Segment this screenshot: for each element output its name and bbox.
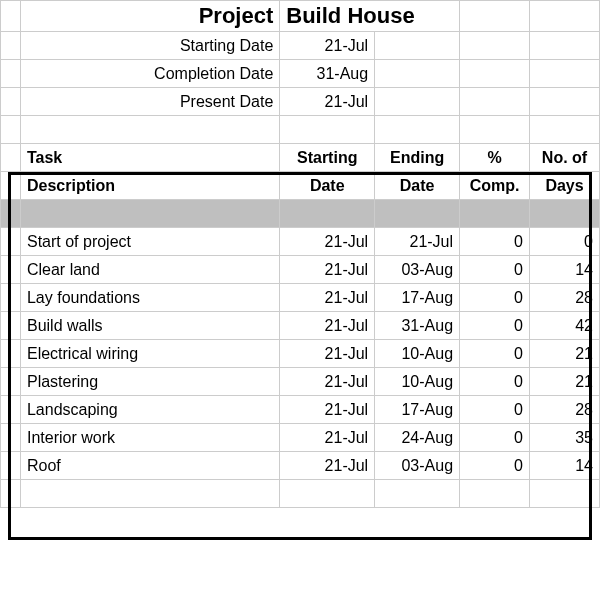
completion-date-label[interactable]: Completion Date — [20, 60, 279, 88]
cell[interactable] — [530, 60, 600, 88]
task-pct[interactable]: 0 — [460, 228, 530, 256]
task-pct[interactable]: 0 — [460, 256, 530, 284]
cell[interactable] — [1, 452, 21, 480]
cell[interactable] — [280, 480, 375, 508]
task-days[interactable]: 35 — [530, 424, 600, 452]
cell[interactable] — [280, 200, 375, 228]
task-pct[interactable]: 0 — [460, 340, 530, 368]
task-pct[interactable]: 0 — [460, 312, 530, 340]
task-pct[interactable]: 0 — [460, 284, 530, 312]
cell[interactable] — [1, 312, 21, 340]
cell[interactable] — [375, 32, 460, 60]
project-name[interactable]: Build House — [280, 1, 460, 32]
present-date-label[interactable]: Present Date — [20, 88, 279, 116]
cell[interactable] — [460, 200, 530, 228]
task-desc[interactable]: Electrical wiring — [20, 340, 279, 368]
task-desc[interactable]: Lay foundations — [20, 284, 279, 312]
cell[interactable] — [1, 424, 21, 452]
task-end[interactable]: 10-Aug — [375, 368, 460, 396]
task-start[interactable]: 21-Jul — [280, 228, 375, 256]
task-days[interactable]: 42 — [530, 312, 600, 340]
task-pct[interactable]: 0 — [460, 368, 530, 396]
task-end[interactable]: 17-Aug — [375, 284, 460, 312]
task-end[interactable]: 24-Aug — [375, 424, 460, 452]
task-days[interactable]: 14 — [530, 452, 600, 480]
task-end[interactable]: 03-Aug — [375, 256, 460, 284]
cell[interactable] — [1, 200, 21, 228]
cell[interactable] — [1, 88, 21, 116]
cell[interactable] — [530, 88, 600, 116]
cell[interactable] — [530, 1, 600, 32]
task-desc[interactable]: Build walls — [20, 312, 279, 340]
cell[interactable] — [1, 60, 21, 88]
task-end[interactable]: 21-Jul — [375, 228, 460, 256]
cell[interactable] — [460, 1, 530, 32]
completion-date-value[interactable]: 31-Aug — [280, 60, 375, 88]
task-end[interactable]: 03-Aug — [375, 452, 460, 480]
cell[interactable] — [375, 88, 460, 116]
cell[interactable] — [1, 256, 21, 284]
cell[interactable] — [1, 396, 21, 424]
cell[interactable] — [20, 200, 279, 228]
task-start[interactable]: 21-Jul — [280, 452, 375, 480]
task-pct[interactable]: 0 — [460, 452, 530, 480]
col-end-h1[interactable]: Ending — [375, 144, 460, 172]
task-start[interactable]: 21-Jul — [280, 284, 375, 312]
cell[interactable] — [460, 88, 530, 116]
cell[interactable] — [1, 368, 21, 396]
task-desc[interactable]: Clear land — [20, 256, 279, 284]
cell[interactable] — [460, 60, 530, 88]
cell[interactable] — [1, 480, 21, 508]
task-days[interactable]: 21 — [530, 368, 600, 396]
cell[interactable] — [375, 60, 460, 88]
cell[interactable] — [1, 144, 21, 172]
task-pct[interactable]: 0 — [460, 396, 530, 424]
cell[interactable] — [460, 480, 530, 508]
task-end[interactable]: 17-Aug — [375, 396, 460, 424]
col-task-h2[interactable]: Description — [20, 172, 279, 200]
task-days[interactable]: 0 — [530, 228, 600, 256]
col-start-h2[interactable]: Date — [280, 172, 375, 200]
task-desc[interactable]: Landscaping — [20, 396, 279, 424]
task-end[interactable]: 10-Aug — [375, 340, 460, 368]
cell[interactable] — [1, 228, 21, 256]
starting-date-label[interactable]: Starting Date — [20, 32, 279, 60]
task-pct[interactable]: 0 — [460, 424, 530, 452]
cell[interactable] — [1, 1, 21, 32]
cell[interactable] — [375, 116, 460, 144]
task-start[interactable]: 21-Jul — [280, 424, 375, 452]
cell[interactable] — [460, 32, 530, 60]
cell[interactable] — [20, 480, 279, 508]
cell[interactable] — [1, 340, 21, 368]
col-task-h1[interactable]: Task — [20, 144, 279, 172]
col-start-h1[interactable]: Starting — [280, 144, 375, 172]
cell[interactable] — [375, 200, 460, 228]
col-pct-h1[interactable]: % — [460, 144, 530, 172]
task-desc[interactable]: Plastering — [20, 368, 279, 396]
task-desc[interactable]: Interior work — [20, 424, 279, 452]
task-start[interactable]: 21-Jul — [280, 368, 375, 396]
cell[interactable] — [530, 200, 600, 228]
starting-date-value[interactable]: 21-Jul — [280, 32, 375, 60]
task-days[interactable]: 21 — [530, 340, 600, 368]
cell[interactable] — [1, 116, 21, 144]
task-end[interactable]: 31-Aug — [375, 312, 460, 340]
cell[interactable] — [20, 116, 279, 144]
project-label[interactable]: Project — [20, 1, 279, 32]
cell[interactable] — [1, 32, 21, 60]
cell[interactable] — [530, 32, 600, 60]
cell[interactable] — [280, 116, 375, 144]
task-days[interactable]: 28 — [530, 284, 600, 312]
cell[interactable] — [1, 284, 21, 312]
task-start[interactable]: 21-Jul — [280, 396, 375, 424]
task-desc[interactable]: Roof — [20, 452, 279, 480]
col-pct-h2[interactable]: Comp. — [460, 172, 530, 200]
task-days[interactable]: 14 — [530, 256, 600, 284]
cell[interactable] — [1, 172, 21, 200]
col-days-h1[interactable]: No. of — [530, 144, 600, 172]
cell[interactable] — [460, 116, 530, 144]
col-days-h2[interactable]: Days — [530, 172, 600, 200]
task-start[interactable]: 21-Jul — [280, 312, 375, 340]
col-end-h2[interactable]: Date — [375, 172, 460, 200]
task-start[interactable]: 21-Jul — [280, 256, 375, 284]
